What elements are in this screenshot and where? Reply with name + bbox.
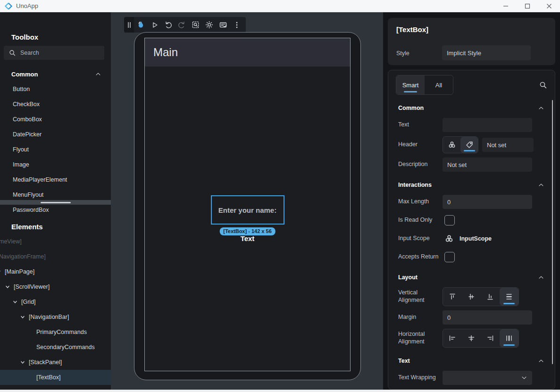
device-screen[interactable]: Main Enter your name: [TextBox] - 142 x … xyxy=(144,38,351,371)
valign-stretch-button[interactable] xyxy=(500,288,518,306)
toolbox-item-checkbox[interactable]: CheckBox xyxy=(0,97,111,112)
input-scope-value[interactable]: InputScope xyxy=(460,235,492,242)
header-resource-mode-button[interactable] xyxy=(443,137,460,153)
toolbox-item-datepicker[interactable]: DatePicker xyxy=(0,127,111,142)
toolbox-item-combobox[interactable]: ComboBox xyxy=(0,112,111,127)
section-common[interactable]: Common xyxy=(388,102,555,114)
section-text[interactable]: Text xyxy=(388,355,555,367)
tree-item-mainpage[interactable]: [MainPage] xyxy=(0,264,111,279)
toolbox-section-common[interactable]: Common xyxy=(0,67,111,81)
toolbox-item-image[interactable]: Image xyxy=(0,157,111,172)
minimize-button[interactable] xyxy=(495,0,517,12)
toolbar-drag-handle-icon[interactable] xyxy=(124,17,134,33)
close-button[interactable] xyxy=(538,0,560,12)
chevron-down-icon[interactable] xyxy=(20,359,25,365)
device-frame: Main Enter your name: [TextBox] - 142 x … xyxy=(134,32,361,380)
tree-item-label: [NavigationBar] xyxy=(29,314,69,320)
tree-item-scrollviewer[interactable]: [ScrollViewer] xyxy=(0,279,111,294)
margin-label: Margin xyxy=(398,314,443,321)
properties-search-icon[interactable] xyxy=(539,81,547,89)
max-length-input[interactable]: 0 xyxy=(443,195,532,209)
halign-right-button[interactable] xyxy=(481,329,500,347)
valign-center-button[interactable] xyxy=(462,288,481,306)
page-title: Main xyxy=(153,46,178,59)
hot-reload-flame-icon[interactable] xyxy=(134,17,148,33)
text-property-input[interactable] xyxy=(443,118,532,132)
panel-splitter[interactable] xyxy=(0,200,111,205)
tab-smart[interactable]: Smart xyxy=(396,75,425,94)
margin-input[interactable]: 0 xyxy=(443,310,532,325)
chevron-down-icon[interactable] xyxy=(20,314,25,320)
valign-top-button[interactable] xyxy=(443,288,462,306)
halign-stretch-button[interactable] xyxy=(500,329,518,347)
chevron-up-icon[interactable] xyxy=(538,105,544,111)
redo-button[interactable] xyxy=(175,17,189,33)
chevron-up-icon[interactable] xyxy=(538,182,544,188)
properties-scrollbar[interactable] xyxy=(552,100,553,364)
tree-item-navigationbar[interactable]: [NavigationBar] xyxy=(0,309,111,325)
chevron-up-icon[interactable] xyxy=(538,274,544,281)
header-property-value[interactable]: Not set xyxy=(482,138,534,152)
toolbox-item-list: Button CheckBox ComboBox DatePicker Flyo… xyxy=(0,82,111,212)
element-picker-icon[interactable] xyxy=(189,17,202,33)
toolbox-item-mediaplayerelement[interactable]: MediaPlayerElement xyxy=(0,172,111,187)
search-icon xyxy=(8,49,16,57)
tree-item-secondarycommands[interactable]: SecondaryCommands xyxy=(0,340,111,355)
splitter-grip xyxy=(41,202,71,203)
vertical-alignment-group xyxy=(443,287,519,306)
section-layout[interactable]: Layout xyxy=(388,272,555,283)
play-button[interactable] xyxy=(148,17,161,33)
chevron-up-icon[interactable] xyxy=(95,71,101,77)
section-interactions[interactable]: Interactions xyxy=(388,179,555,191)
more-options-kebab-icon[interactable] xyxy=(230,17,243,33)
left-panel: Toolbox Common Button CheckBox ComboBox … xyxy=(0,12,111,390)
halign-left-button[interactable] xyxy=(443,329,462,347)
title-bar: UnoApp xyxy=(0,0,560,12)
form-factor-icon[interactable] xyxy=(216,17,230,33)
valign-bottom-button[interactable] xyxy=(481,288,500,306)
input-scope-label: Input Scope xyxy=(398,235,443,242)
vertical-alignment-label: Vertical Alignment xyxy=(398,289,443,304)
toolbox-item-button[interactable]: Button xyxy=(0,82,111,97)
accepts-return-checkbox[interactable] xyxy=(444,252,455,262)
tree-item-stackpanel[interactable]: [StackPanel] xyxy=(0,355,111,370)
style-value-field[interactable]: Implicit Style xyxy=(442,45,531,60)
chevron-down-icon[interactable] xyxy=(0,269,1,275)
header-literal-mode-button[interactable] xyxy=(460,137,478,153)
properties-card: Smart All Common Text Header xyxy=(388,70,555,390)
tree-item-label: [Grid] xyxy=(21,299,36,305)
selection-header-card: [TextBox] Style Implicit Style xyxy=(388,18,555,65)
tree-item-label: NavigationFrame] xyxy=(0,253,46,260)
app-logo-icon xyxy=(5,2,12,10)
is-read-only-label: Is Read Only xyxy=(398,217,443,224)
tab-all[interactable]: All xyxy=(425,75,453,94)
section-common-label: Common xyxy=(398,105,424,111)
textblock-element[interactable]: Text xyxy=(241,234,255,242)
tag-icon xyxy=(465,141,474,149)
designer-toolbar xyxy=(124,17,246,33)
header-property-label: Header xyxy=(398,141,443,149)
app-navigation-bar: Main xyxy=(145,38,350,67)
chevron-up-icon[interactable] xyxy=(538,358,544,364)
tree-item-frameview[interactable]: meView] xyxy=(0,234,111,249)
theme-toggle-sun-icon[interactable] xyxy=(202,17,216,33)
toolbox-search-input[interactable] xyxy=(20,50,91,56)
selected-textbox[interactable]: Enter your name: xyxy=(211,195,284,225)
halign-center-button[interactable] xyxy=(462,329,481,347)
chevron-down-icon[interactable] xyxy=(12,299,18,305)
toolbox-item-flyout[interactable]: Flyout xyxy=(0,142,111,157)
toolbox-search[interactable] xyxy=(4,46,104,60)
undo-button[interactable] xyxy=(161,17,175,33)
is-read-only-checkbox[interactable] xyxy=(444,215,455,225)
chevron-down-icon[interactable] xyxy=(5,284,10,290)
tree-item-textbox-selected[interactable]: [TextBox] xyxy=(0,370,111,385)
tree-item-primarycommands[interactable]: PrimaryCommands xyxy=(0,325,111,340)
tree-item-navigationframe[interactable]: NavigationFrame] xyxy=(0,249,111,264)
text-wrapping-dropdown[interactable] xyxy=(443,371,532,385)
tree-item-grid[interactable]: [Grid] xyxy=(0,294,111,309)
description-property-value[interactable]: Not set xyxy=(443,158,532,172)
properties-tab-group: Smart All xyxy=(396,75,453,95)
design-canvas: Main Enter your name: [TextBox] - 142 x … xyxy=(111,12,383,390)
tree-item-textblock[interactable]: [TextBlock] xyxy=(0,385,111,390)
maximize-button[interactable] xyxy=(517,0,538,12)
